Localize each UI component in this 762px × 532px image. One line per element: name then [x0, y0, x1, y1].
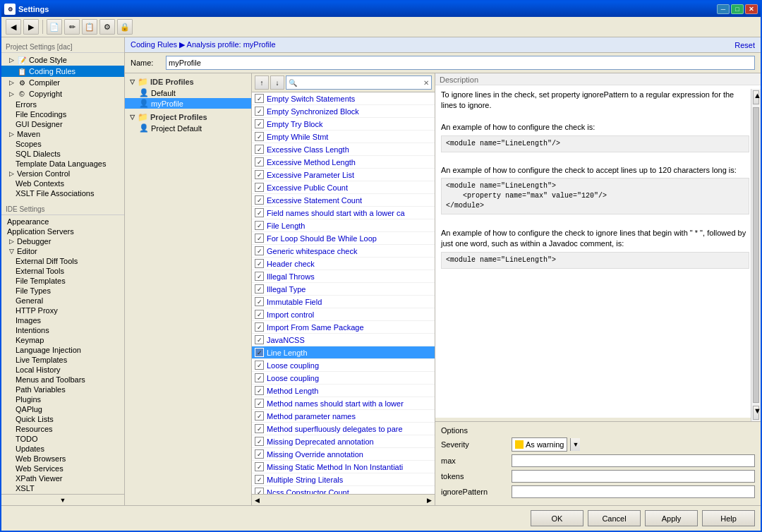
minimize-button[interactable]: ─: [717, 4, 730, 14]
profile-myprofile[interactable]: 👤 myProfile: [125, 98, 251, 109]
breadcrumb-part2[interactable]: Analysis profile: myProfile: [187, 40, 276, 49]
rule-checkbox[interactable]: ✓: [255, 386, 264, 395]
rule-item-javancss[interactable]: ✓ JavaNCSS: [252, 334, 435, 346]
sidebar-item-file-templates[interactable]: File Templates: [1, 276, 124, 286]
toolbar-lock-button[interactable]: 🔒: [117, 19, 133, 35]
rule-checkbox[interactable]: ✓: [255, 310, 264, 319]
rule-item-ncss-constructor[interactable]: ✓ Ncss Constructor Count: [252, 486, 435, 494]
scrollbar-down-btn[interactable]: ▼: [753, 406, 759, 420]
sidebar-item-general[interactable]: General: [1, 296, 124, 306]
rule-checkbox[interactable]: ✓: [255, 437, 264, 446]
rule-item-for-loop[interactable]: ✓ For Loop Should Be While Loop: [252, 232, 435, 245]
sidebar-item-maven[interactable]: ▷ Maven: [1, 129, 124, 139]
left-panel-scroll-down[interactable]: ▼: [1, 494, 124, 505]
rule-item-immutable-field[interactable]: ✓ Immutable Field: [252, 296, 435, 308]
ignore-pattern-input[interactable]: [512, 485, 755, 498]
rule-checkbox[interactable]: ✓: [255, 424, 264, 433]
reset-link[interactable]: Reset: [734, 41, 755, 49]
max-input[interactable]: [512, 454, 755, 467]
search-clear-icon[interactable]: ✕: [421, 79, 431, 87]
rule-item-excessive-stmt[interactable]: ✓ Excessive Statement Count: [252, 194, 435, 207]
sidebar-item-todo[interactable]: TODO: [1, 434, 124, 444]
maximize-button[interactable]: □: [731, 4, 744, 14]
rule-checkbox[interactable]: ✓: [255, 361, 264, 370]
rule-item-method-length[interactable]: ✓ Method Length: [252, 385, 435, 397]
rule-item-illegal-throws[interactable]: ✓ Illegal Throws: [252, 270, 435, 283]
rule-item-multiple-string[interactable]: ✓ Multiple String Literals: [252, 473, 435, 486]
sidebar-item-sql-dialects[interactable]: SQL Dialects: [1, 149, 124, 159]
sidebar-item-app-servers[interactable]: Application Servers: [1, 226, 124, 236]
breadcrumb-part1[interactable]: Coding Rules: [131, 40, 177, 49]
rule-checkbox[interactable]: ✓: [255, 170, 264, 179]
rules-toolbar-down-button[interactable]: ↓: [270, 75, 284, 90]
sidebar-item-local-history[interactable]: Local History: [1, 365, 124, 375]
sidebar-item-web-services[interactable]: Web Services: [1, 464, 124, 473]
rule-item-field-names[interactable]: ✓ Field names should start with a lower …: [252, 207, 435, 219]
rule-item-empty-try[interactable]: ✓ Empty Try Block: [252, 118, 435, 131]
rule-checkbox[interactable]: ✓: [255, 234, 264, 243]
rule-checkbox[interactable]: ✓: [255, 259, 264, 268]
sidebar-item-keymap[interactable]: Keymap: [1, 335, 124, 345]
rule-checkbox[interactable]: ✓: [255, 284, 264, 294]
severity-dropdown-button[interactable]: ▼: [570, 438, 580, 451]
rule-checkbox[interactable]: ✓: [255, 107, 264, 116]
project-profiles-header[interactable]: ▽ 📁 Project Profiles: [125, 111, 251, 123]
toolbar-edit-button[interactable]: ✏: [64, 19, 80, 35]
profile-default[interactable]: 👤 Default: [125, 87, 251, 98]
sidebar-item-updates[interactable]: Updates: [1, 444, 124, 454]
rule-checkbox[interactable]: ✓: [255, 272, 264, 281]
rule-item-empty-while[interactable]: ✓ Empty While Stmt: [252, 131, 435, 143]
apply-button[interactable]: Apply: [645, 510, 698, 526]
rule-item-method-param-names[interactable]: ✓ Method parameter names: [252, 410, 435, 423]
sidebar-item-copyright[interactable]: ▷ © Copyright: [1, 88, 124, 99]
sidebar-item-lang-injection[interactable]: Language Injection: [1, 345, 124, 355]
sidebar-item-editor[interactable]: ▽ Editor: [1, 246, 124, 256]
sidebar-item-code-style[interactable]: ▷ 📝 Code Style: [1, 54, 124, 66]
toolbar-new-button[interactable]: 📄: [47, 19, 62, 35]
rule-checkbox[interactable]: ✓: [255, 373, 264, 382]
rule-item-empty-switch[interactable]: ✓ Empty Switch Statements: [252, 92, 435, 105]
rule-item-excessive-class[interactable]: ✓ Excessive Class Length: [252, 143, 435, 156]
close-button[interactable]: ✕: [745, 4, 758, 14]
rule-checkbox[interactable]: ✓: [255, 208, 264, 217]
scrollbar-thumb[interactable]: [753, 107, 759, 403]
rule-checkbox[interactable]: ✓: [255, 183, 264, 192]
rule-item-empty-sync[interactable]: ✓ Empty Synchronized Block: [252, 105, 435, 118]
rule-checkbox[interactable]: ✓: [255, 475, 264, 484]
sidebar-item-menus-toolbars[interactable]: Menus and Toolbars: [1, 375, 124, 385]
rule-item-missing-static[interactable]: ✓ Missing Static Method In Non Instantia…: [252, 461, 435, 473]
cancel-button[interactable]: Cancel: [588, 510, 641, 526]
sidebar-item-ext-tools[interactable]: External Tools: [1, 266, 124, 276]
sidebar-item-live-templates[interactable]: Live Templates: [1, 355, 124, 365]
sidebar-item-file-encodings[interactable]: File Encodings: [1, 109, 124, 119]
sidebar-item-debugger[interactable]: ▷ Debugger: [1, 236, 124, 246]
toolbar-back-button[interactable]: ◀: [6, 19, 21, 35]
description-scrollbar[interactable]: ▲ ▼: [751, 89, 761, 421]
sidebar-item-http-proxy[interactable]: HTTP Proxy: [1, 306, 124, 315]
rule-checkbox[interactable]: ✓: [255, 322, 264, 332]
search-input[interactable]: [299, 79, 421, 87]
ok-button[interactable]: OK: [531, 510, 583, 526]
rule-checkbox[interactable]: ✓: [255, 335, 264, 344]
sidebar-item-path-variables[interactable]: Path Variables: [1, 385, 124, 394]
project-default-profile[interactable]: 👤 Project Default: [125, 123, 251, 133]
rule-item-missing-override[interactable]: ✓ Missing Override annotation: [252, 448, 435, 461]
toolbar-forward-button[interactable]: ▶: [23, 19, 39, 35]
rule-item-loose-coupling2[interactable]: ✓ Loose coupling: [252, 372, 435, 385]
tokens-input[interactable]: [512, 470, 755, 483]
rule-item-illegal-type[interactable]: ✓ Illegal Type: [252, 283, 435, 296]
rules-toolbar-up-button[interactable]: ↑: [255, 75, 269, 90]
sidebar-item-images[interactable]: Images: [1, 315, 124, 325]
ide-profiles-header[interactable]: ▽ 📁 IDE Profiles: [125, 76, 251, 87]
rule-checkbox[interactable]: ✓: [255, 145, 264, 154]
rule-checkbox[interactable]: ✓: [255, 195, 264, 205]
rules-scroll-left-btn[interactable]: ◀: [255, 497, 260, 504]
rule-item-line-length[interactable]: ✓ Line Length: [252, 346, 435, 359]
rule-checkbox[interactable]: ✓: [255, 399, 264, 408]
sidebar-item-web-contexts[interactable]: Web Contexts: [1, 179, 124, 188]
rule-checkbox[interactable]: ✓: [255, 297, 264, 306]
sidebar-item-version-control[interactable]: ▷ Version Control: [1, 169, 124, 179]
sidebar-item-xslt[interactable]: XSLT: [1, 483, 124, 493]
help-button[interactable]: Help: [702, 510, 755, 526]
rule-checkbox[interactable]: ✓: [255, 246, 264, 255]
